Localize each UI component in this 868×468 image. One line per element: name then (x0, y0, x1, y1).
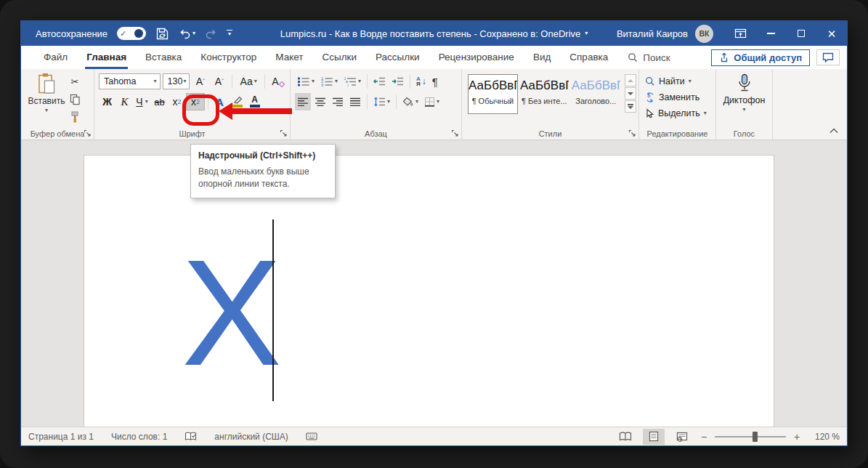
tab-references[interactable]: Ссылки (313, 46, 367, 69)
sort-button[interactable]: А Я ↓ (414, 73, 429, 90)
clipboard-small-buttons: ✂ (66, 73, 84, 126)
zoom-slider[interactable] (715, 436, 786, 437)
input-method-indicator[interactable] (306, 432, 317, 441)
paste-button[interactable]: Вставить ▾ (27, 73, 66, 126)
align-right-button[interactable] (330, 93, 346, 110)
document-area[interactable]: X (21, 140, 847, 427)
avatar[interactable]: ВК (695, 25, 713, 43)
maximize-button[interactable] (786, 21, 816, 46)
subscript-button[interactable]: x2 (169, 93, 185, 110)
bullet-list-icon (297, 76, 310, 86)
increase-indent-button[interactable] (389, 73, 406, 90)
text-effects-button[interactable]: А (211, 93, 228, 110)
customize-qat-button[interactable]: ▾ (227, 30, 232, 38)
highlight-color-button[interactable] (229, 93, 246, 110)
zoom-level[interactable]: 120 % (808, 432, 840, 442)
font-family-combo[interactable]: Tahoma ▾ (99, 73, 161, 89)
document-page[interactable]: X (84, 155, 774, 427)
zoom-out-button[interactable]: − (699, 431, 708, 443)
page-indicator[interactable]: Страница 1 из 1 (28, 432, 94, 442)
tab-mailings[interactable]: Рассылки (366, 46, 429, 69)
shading-button[interactable]: ▾ (400, 93, 421, 110)
ribbon-display-options-button[interactable] (725, 21, 755, 46)
font-color-button[interactable]: А (246, 93, 263, 110)
find-button[interactable]: Найти ▾ (645, 74, 713, 89)
styles-scroll-up-button[interactable] (625, 74, 636, 86)
grow-font-button[interactable]: Аˆ (192, 73, 208, 90)
tab-view[interactable]: Вид (524, 46, 560, 69)
line-spacing-button[interactable]: ▾ (371, 93, 392, 110)
print-layout-icon (649, 431, 659, 442)
styles-more-button[interactable] (625, 100, 636, 113)
replace-button[interactable]: b c Заменить (645, 90, 713, 105)
dialog-launcher-font[interactable] (280, 129, 287, 137)
clear-formatting-button[interactable]: А (269, 73, 286, 90)
tab-help[interactable]: Справка (560, 46, 617, 69)
share-label: Общий доступ (734, 52, 802, 63)
dialog-launcher-clipboard[interactable] (84, 129, 91, 137)
underline-button[interactable]: Ч ▾ (134, 93, 150, 110)
close-button[interactable]: ✕ (816, 21, 847, 46)
zoom-slider-thumb[interactable] (753, 432, 758, 442)
tab-design[interactable]: Конструктор (191, 46, 266, 69)
bullets-button[interactable]: ▾ (295, 73, 317, 90)
shrink-font-button[interactable]: Аˇ (211, 73, 227, 90)
multilevel-list-button[interactable]: 1ai ▾ (341, 73, 363, 90)
document-text[interactable]: X (182, 238, 282, 388)
language-indicator[interactable]: английский (США) (214, 432, 288, 442)
dialog-launcher-paragraph[interactable] (451, 129, 458, 137)
dictate-button[interactable] (737, 73, 753, 94)
dialog-launcher-styles[interactable] (628, 129, 636, 137)
style-no-spacing[interactable]: АаБбВвГ ¶ Без инте... (519, 74, 569, 114)
format-painter-button[interactable] (66, 110, 84, 124)
style-normal[interactable]: АаБбВвГ ¶ Обычный (468, 74, 518, 114)
print-layout-button[interactable] (643, 429, 665, 445)
align-left-button[interactable] (295, 93, 311, 110)
caret-down-icon[interactable]: ▾ (585, 31, 588, 36)
justify-button[interactable] (347, 93, 363, 110)
select-button[interactable]: Выделить ▾ (645, 106, 713, 121)
word-window: Автосохранение ✓ ▾ (20, 20, 848, 446)
word-count[interactable]: Число слов: 1 (111, 432, 167, 442)
undo-icon (179, 28, 191, 39)
redo-button-disabled[interactable] (205, 28, 217, 39)
paste-label: Вставить (28, 96, 65, 106)
font-size-combo[interactable]: 130 ▾ (163, 73, 190, 89)
minimize-button[interactable] (755, 21, 786, 46)
share-button[interactable]: Общий доступ (711, 49, 810, 66)
autosave-toggle[interactable]: ✓ (117, 27, 146, 40)
tab-insert[interactable]: Вставка (136, 46, 191, 69)
close-icon: ✕ (827, 28, 837, 39)
group-label-editing: Редактирование (639, 129, 715, 138)
tab-file[interactable]: Файл (34, 46, 77, 69)
show-marks-button[interactable]: ¶ (430, 73, 440, 90)
change-case-button[interactable]: Аа ▾ (237, 73, 260, 90)
borders-button[interactable]: ▾ (422, 93, 442, 110)
read-mode-button[interactable] (615, 429, 636, 445)
comments-button[interactable] (816, 49, 840, 65)
triangle-down-icon (628, 92, 633, 95)
style-heading1[interactable]: АаБбВвГ Заголово... (571, 74, 621, 114)
align-center-button[interactable] (312, 93, 328, 110)
web-layout-button[interactable] (671, 429, 693, 445)
search-box[interactable]: Поиск (628, 52, 670, 63)
copy-button[interactable] (66, 92, 84, 106)
tab-layout[interactable]: Макет (266, 46, 312, 69)
zoom-in-button[interactable]: + (792, 431, 801, 443)
italic-button[interactable]: К (116, 93, 133, 110)
proofing-status[interactable] (184, 432, 197, 441)
strikethrough-button[interactable]: ab (151, 93, 168, 110)
cut-button[interactable]: ✂ (66, 75, 84, 89)
select-label: Выделить (658, 108, 700, 118)
collapse-ribbon-button[interactable] (830, 128, 838, 134)
tab-home[interactable]: Главная (77, 46, 136, 69)
numbering-button[interactable]: 123 ▾ (318, 73, 340, 90)
undo-button[interactable]: ▾ (179, 28, 195, 39)
superscript-button[interactable]: x2 (186, 93, 205, 110)
ribbon-tab-row: Файл Главная Вставка Конструктор Макет С… (21, 46, 847, 69)
styles-scroll-down-button[interactable] (625, 87, 636, 100)
decrease-indent-button[interactable] (371, 73, 388, 90)
bold-button[interactable]: Ж (99, 93, 115, 110)
save-button[interactable] (155, 27, 169, 41)
tab-review[interactable]: Рецензирование (429, 46, 524, 69)
